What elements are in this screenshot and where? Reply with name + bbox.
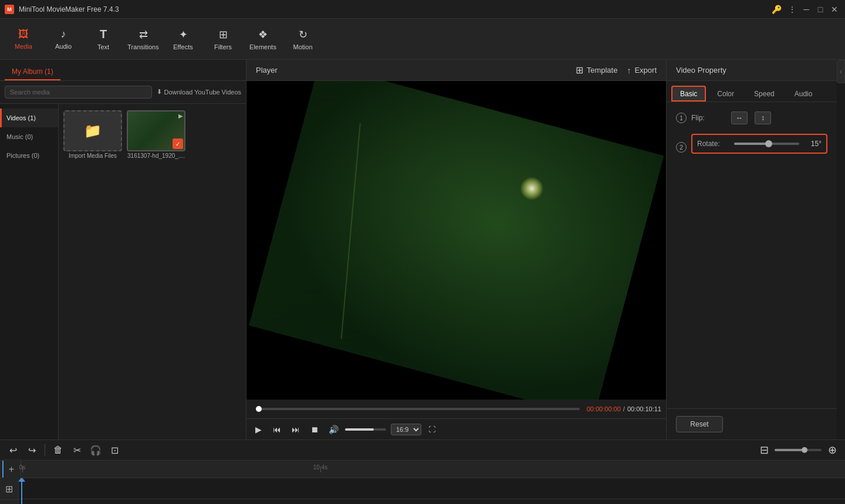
- add-track-button[interactable]: +: [2, 459, 21, 480]
- effects-icon: ✦: [179, 28, 188, 41]
- flip-vertical-btn[interactable]: ↕: [755, 111, 771, 124]
- player-area: [246, 81, 666, 400]
- undo-button[interactable]: ↩: [5, 442, 21, 458]
- template-icon: ⊞: [576, 65, 583, 76]
- reset-button[interactable]: Reset: [676, 416, 723, 432]
- right-footer: Reset: [667, 408, 837, 439]
- minimize-btn[interactable]: ─: [800, 4, 812, 15]
- tab-audio[interactable]: Audio: [786, 86, 822, 102]
- tick-10: [320, 466, 321, 472]
- toolbar-text[interactable]: T Text: [84, 22, 122, 57]
- search-bar: ⬇ Download YouTube Videos: [0, 81, 246, 104]
- stop-button[interactable]: ⏹: [307, 422, 322, 437]
- timeline: + 0s 10.4s ⊞ 📽 ♪: [0, 461, 845, 504]
- audio-detach-button[interactable]: 🎧: [87, 442, 104, 458]
- video-frame: [246, 81, 666, 400]
- timeline-cursor-header: [2, 461, 4, 478]
- prev-frame-button[interactable]: ⏮: [270, 422, 284, 437]
- zoom-out-btn[interactable]: ⊟: [756, 442, 772, 458]
- sidebar-nav: Videos (1) Music (0) Pictures (0): [0, 104, 59, 439]
- motion-icon: ↻: [299, 28, 307, 41]
- panel-tabs: My Album (1): [0, 60, 246, 81]
- sidebar-item-pictures[interactable]: Pictures (0): [0, 146, 58, 165]
- maximize-btn[interactable]: □: [814, 4, 826, 15]
- cut-button[interactable]: ✂: [69, 442, 85, 458]
- app-icon: M: [5, 5, 14, 14]
- video-thumb: ▶ ✓: [127, 110, 185, 151]
- sidebar-item-music[interactable]: Music (0): [0, 127, 58, 146]
- export-icon: ↑: [627, 66, 631, 75]
- rotate-section: Rotate: 15°: [691, 134, 827, 154]
- section-num-2: 2: [676, 142, 687, 153]
- toolbar-media[interactable]: 🖼 Media: [5, 22, 42, 57]
- template-button[interactable]: ⊞ Template: [576, 65, 618, 76]
- player-header-right: ⊞ Template ↑ Export: [576, 65, 657, 76]
- toolbar-effects[interactable]: ✦ Effects: [164, 22, 202, 57]
- video-media-item[interactable]: ▶ ✓ 3161307-hd_1920_....: [127, 109, 185, 161]
- aspect-ratio-select[interactable]: 16:9 9:16 4:3 1:1: [391, 424, 421, 435]
- progress-handle[interactable]: [256, 406, 262, 412]
- toolbar-filters[interactable]: ⊞ Filters: [204, 22, 242, 57]
- toolbar-audio[interactable]: ♪ Audio: [45, 22, 82, 57]
- redo-button[interactable]: ↪: [23, 442, 40, 458]
- text-icon: T: [100, 28, 107, 41]
- zoom-handle: [802, 447, 807, 453]
- delete-button[interactable]: 🗑: [50, 442, 66, 458]
- volume-fill: [345, 428, 374, 431]
- timeline-tracks: 🔊 ↪ ⬇ ↪ ↪ ↪: [19, 478, 845, 504]
- timeline-ruler: 0s 10.4s: [21, 461, 843, 478]
- section-num-1: 1: [676, 113, 687, 123]
- total-time: 00:00:10:11: [627, 405, 661, 412]
- zoom-in-btn[interactable]: ⊕: [824, 442, 840, 458]
- player-controls-bar: 00:00:00:00 / 00:00:10:11: [246, 400, 666, 418]
- close-btn[interactable]: ✕: [829, 4, 840, 15]
- tab-speed[interactable]: Speed: [745, 86, 783, 102]
- rotate-handle[interactable]: [765, 140, 772, 147]
- property-content: 1 Flip: ↔ ↕ 2 Rotate:: [667, 102, 837, 408]
- search-input[interactable]: [5, 86, 152, 99]
- elements-icon: ❖: [258, 28, 268, 41]
- tab-color[interactable]: Color: [708, 86, 743, 102]
- zoom-slider[interactable]: [775, 449, 822, 451]
- title-controls: ⋮ ─ □ ✕: [786, 4, 840, 15]
- main-area: My Album (1) ⬇ Download YouTube Videos V…: [0, 60, 845, 439]
- next-frame-button[interactable]: ⏭: [289, 422, 303, 437]
- timeline-playhead[interactable]: [21, 478, 22, 504]
- media-grid: 📁 Import Media Files ▶ ✓ 3161307-hd_1920…: [59, 104, 246, 439]
- progress-bar[interactable]: [256, 408, 580, 410]
- flip-section: 1 Flip: ↔ ↕: [676, 111, 827, 124]
- crop-button[interactable]: ⊡: [106, 442, 123, 458]
- fullscreen-button[interactable]: ⛶: [426, 424, 438, 435]
- rotated-video-preview: [249, 81, 663, 400]
- bottom-toolbar: ↩ ↪ 🗑 ✂ 🎧 ⊡ ⊟ ⊕: [0, 439, 845, 461]
- export-button[interactable]: ↑ Export: [627, 66, 657, 75]
- sidebar: Videos (1) Music (0) Pictures (0) 📁 Impo…: [0, 104, 246, 439]
- audio-icon: ♪: [61, 28, 66, 40]
- download-youtube-btn[interactable]: ⬇ Download YouTube Videos: [157, 88, 242, 96]
- rotate-section-wrapper: 2 Rotate: 15°: [676, 134, 827, 161]
- import-media-item[interactable]: 📁 Import Media Files: [63, 109, 122, 161]
- volume-slider[interactable]: [345, 428, 386, 431]
- tab-basic[interactable]: Basic: [671, 86, 706, 102]
- collapse-panel-arrow[interactable]: ‹: [837, 60, 845, 83]
- toolbar-motion[interactable]: ↻ Motion: [284, 22, 322, 57]
- panel-title: Video Property: [667, 60, 837, 81]
- toolbar-transitions[interactable]: ⇄ Transitions: [124, 22, 162, 57]
- tab-my-album[interactable]: My Album (1): [5, 64, 60, 80]
- settings-title-btn[interactable]: ⋮: [786, 4, 798, 15]
- toolbar: 🖼 Media ♪ Audio T Text ⇄ Transitions ✦ E…: [0, 19, 845, 60]
- app-title: MiniTool MovieMaker Free 7.4.3: [19, 5, 772, 13]
- add-clip-label[interactable]: ⊞: [0, 478, 18, 499]
- flip-horizontal-btn[interactable]: ↔: [731, 111, 748, 124]
- import-thumb: 📁: [63, 110, 122, 151]
- timeline-body: ⊞ 📽 ♪: [0, 478, 845, 504]
- video-track-label[interactable]: 📽: [0, 499, 18, 504]
- sidebar-item-videos[interactable]: Videos (1): [0, 109, 58, 127]
- rotate-slider[interactable]: [734, 143, 799, 145]
- empty-track-row: [19, 478, 845, 499]
- rotate-value: 15°: [804, 140, 822, 148]
- toolbar-elements[interactable]: ❖ Elements: [244, 22, 282, 57]
- play-button[interactable]: ▶: [251, 422, 265, 437]
- download-icon: ⬇: [157, 88, 162, 96]
- video-background: [246, 81, 666, 400]
